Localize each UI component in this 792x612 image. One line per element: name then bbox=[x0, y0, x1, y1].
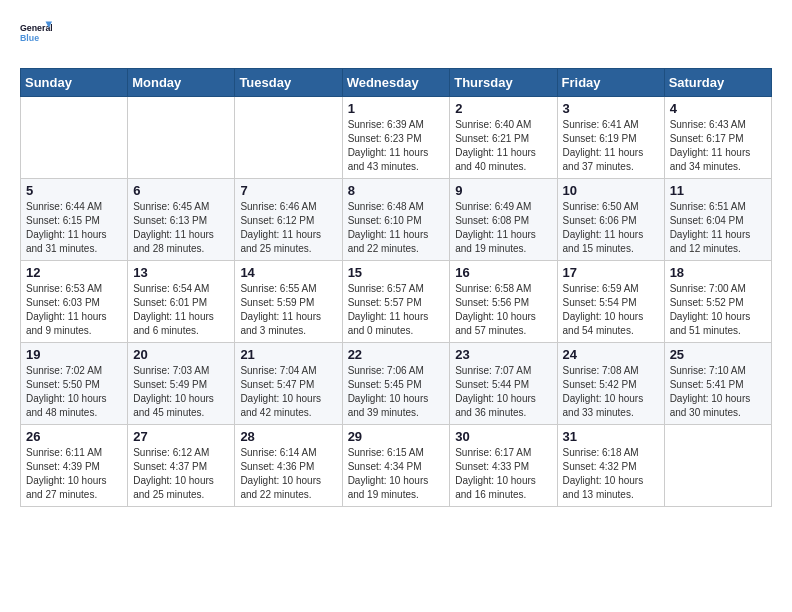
day-info: Sunrise: 6:41 AMSunset: 6:19 PMDaylight:… bbox=[563, 118, 659, 174]
day-number: 18 bbox=[670, 265, 766, 280]
calendar-cell: 16Sunrise: 6:58 AMSunset: 5:56 PMDayligh… bbox=[450, 261, 557, 343]
calendar-cell: 6Sunrise: 6:45 AMSunset: 6:13 PMDaylight… bbox=[128, 179, 235, 261]
day-number: 16 bbox=[455, 265, 551, 280]
day-number: 13 bbox=[133, 265, 229, 280]
calendar-cell: 1Sunrise: 6:39 AMSunset: 6:23 PMDaylight… bbox=[342, 97, 450, 179]
calendar-table: SundayMondayTuesdayWednesdayThursdayFrid… bbox=[20, 68, 772, 507]
day-info: Sunrise: 6:11 AMSunset: 4:39 PMDaylight:… bbox=[26, 446, 122, 502]
day-number: 27 bbox=[133, 429, 229, 444]
day-info: Sunrise: 6:55 AMSunset: 5:59 PMDaylight:… bbox=[240, 282, 336, 338]
day-number: 8 bbox=[348, 183, 445, 198]
day-info: Sunrise: 7:07 AMSunset: 5:44 PMDaylight:… bbox=[455, 364, 551, 420]
calendar-cell: 23Sunrise: 7:07 AMSunset: 5:44 PMDayligh… bbox=[450, 343, 557, 425]
day-info: Sunrise: 6:40 AMSunset: 6:21 PMDaylight:… bbox=[455, 118, 551, 174]
logo-icon: General Blue bbox=[20, 20, 52, 52]
weekday-header-monday: Monday bbox=[128, 69, 235, 97]
calendar-cell: 14Sunrise: 6:55 AMSunset: 5:59 PMDayligh… bbox=[235, 261, 342, 343]
day-info: Sunrise: 6:14 AMSunset: 4:36 PMDaylight:… bbox=[240, 446, 336, 502]
svg-text:Blue: Blue bbox=[20, 33, 39, 43]
calendar-cell: 24Sunrise: 7:08 AMSunset: 5:42 PMDayligh… bbox=[557, 343, 664, 425]
weekday-header-sunday: Sunday bbox=[21, 69, 128, 97]
day-info: Sunrise: 7:06 AMSunset: 5:45 PMDaylight:… bbox=[348, 364, 445, 420]
calendar-cell: 25Sunrise: 7:10 AMSunset: 5:41 PMDayligh… bbox=[664, 343, 771, 425]
weekday-header-saturday: Saturday bbox=[664, 69, 771, 97]
day-info: Sunrise: 6:12 AMSunset: 4:37 PMDaylight:… bbox=[133, 446, 229, 502]
day-number: 20 bbox=[133, 347, 229, 362]
calendar-cell: 30Sunrise: 6:17 AMSunset: 4:33 PMDayligh… bbox=[450, 425, 557, 507]
day-number: 5 bbox=[26, 183, 122, 198]
logo: General Blue bbox=[20, 20, 52, 52]
day-number: 6 bbox=[133, 183, 229, 198]
day-info: Sunrise: 7:02 AMSunset: 5:50 PMDaylight:… bbox=[26, 364, 122, 420]
calendar-cell: 22Sunrise: 7:06 AMSunset: 5:45 PMDayligh… bbox=[342, 343, 450, 425]
page-header: General Blue bbox=[20, 20, 772, 52]
calendar-cell bbox=[235, 97, 342, 179]
day-number: 28 bbox=[240, 429, 336, 444]
day-info: Sunrise: 6:44 AMSunset: 6:15 PMDaylight:… bbox=[26, 200, 122, 256]
calendar-cell: 31Sunrise: 6:18 AMSunset: 4:32 PMDayligh… bbox=[557, 425, 664, 507]
calendar-week-1: 1Sunrise: 6:39 AMSunset: 6:23 PMDaylight… bbox=[21, 97, 772, 179]
day-info: Sunrise: 6:39 AMSunset: 6:23 PMDaylight:… bbox=[348, 118, 445, 174]
weekday-header-tuesday: Tuesday bbox=[235, 69, 342, 97]
day-number: 11 bbox=[670, 183, 766, 198]
calendar-week-4: 19Sunrise: 7:02 AMSunset: 5:50 PMDayligh… bbox=[21, 343, 772, 425]
day-number: 1 bbox=[348, 101, 445, 116]
calendar-cell: 18Sunrise: 7:00 AMSunset: 5:52 PMDayligh… bbox=[664, 261, 771, 343]
day-info: Sunrise: 6:54 AMSunset: 6:01 PMDaylight:… bbox=[133, 282, 229, 338]
calendar-week-5: 26Sunrise: 6:11 AMSunset: 4:39 PMDayligh… bbox=[21, 425, 772, 507]
day-info: Sunrise: 6:59 AMSunset: 5:54 PMDaylight:… bbox=[563, 282, 659, 338]
day-info: Sunrise: 6:48 AMSunset: 6:10 PMDaylight:… bbox=[348, 200, 445, 256]
day-number: 29 bbox=[348, 429, 445, 444]
day-number: 24 bbox=[563, 347, 659, 362]
day-number: 12 bbox=[26, 265, 122, 280]
weekday-header-row: SundayMondayTuesdayWednesdayThursdayFrid… bbox=[21, 69, 772, 97]
calendar-cell: 29Sunrise: 6:15 AMSunset: 4:34 PMDayligh… bbox=[342, 425, 450, 507]
calendar-cell: 11Sunrise: 6:51 AMSunset: 6:04 PMDayligh… bbox=[664, 179, 771, 261]
day-info: Sunrise: 7:08 AMSunset: 5:42 PMDaylight:… bbox=[563, 364, 659, 420]
day-number: 26 bbox=[26, 429, 122, 444]
calendar-cell bbox=[128, 97, 235, 179]
day-info: Sunrise: 6:45 AMSunset: 6:13 PMDaylight:… bbox=[133, 200, 229, 256]
day-info: Sunrise: 6:49 AMSunset: 6:08 PMDaylight:… bbox=[455, 200, 551, 256]
calendar-week-2: 5Sunrise: 6:44 AMSunset: 6:15 PMDaylight… bbox=[21, 179, 772, 261]
day-number: 22 bbox=[348, 347, 445, 362]
day-number: 2 bbox=[455, 101, 551, 116]
calendar-cell: 9Sunrise: 6:49 AMSunset: 6:08 PMDaylight… bbox=[450, 179, 557, 261]
calendar-cell: 28Sunrise: 6:14 AMSunset: 4:36 PMDayligh… bbox=[235, 425, 342, 507]
day-info: Sunrise: 6:18 AMSunset: 4:32 PMDaylight:… bbox=[563, 446, 659, 502]
calendar-cell: 26Sunrise: 6:11 AMSunset: 4:39 PMDayligh… bbox=[21, 425, 128, 507]
day-info: Sunrise: 6:53 AMSunset: 6:03 PMDaylight:… bbox=[26, 282, 122, 338]
day-info: Sunrise: 6:46 AMSunset: 6:12 PMDaylight:… bbox=[240, 200, 336, 256]
day-info: Sunrise: 6:43 AMSunset: 6:17 PMDaylight:… bbox=[670, 118, 766, 174]
day-info: Sunrise: 6:17 AMSunset: 4:33 PMDaylight:… bbox=[455, 446, 551, 502]
day-number: 14 bbox=[240, 265, 336, 280]
day-number: 4 bbox=[670, 101, 766, 116]
day-number: 17 bbox=[563, 265, 659, 280]
calendar-cell: 3Sunrise: 6:41 AMSunset: 6:19 PMDaylight… bbox=[557, 97, 664, 179]
calendar-cell: 8Sunrise: 6:48 AMSunset: 6:10 PMDaylight… bbox=[342, 179, 450, 261]
day-info: Sunrise: 7:04 AMSunset: 5:47 PMDaylight:… bbox=[240, 364, 336, 420]
calendar-cell: 10Sunrise: 6:50 AMSunset: 6:06 PMDayligh… bbox=[557, 179, 664, 261]
day-info: Sunrise: 7:00 AMSunset: 5:52 PMDaylight:… bbox=[670, 282, 766, 338]
day-number: 31 bbox=[563, 429, 659, 444]
day-info: Sunrise: 7:10 AMSunset: 5:41 PMDaylight:… bbox=[670, 364, 766, 420]
day-info: Sunrise: 6:15 AMSunset: 4:34 PMDaylight:… bbox=[348, 446, 445, 502]
calendar-cell: 27Sunrise: 6:12 AMSunset: 4:37 PMDayligh… bbox=[128, 425, 235, 507]
calendar-cell: 20Sunrise: 7:03 AMSunset: 5:49 PMDayligh… bbox=[128, 343, 235, 425]
calendar-cell: 21Sunrise: 7:04 AMSunset: 5:47 PMDayligh… bbox=[235, 343, 342, 425]
weekday-header-wednesday: Wednesday bbox=[342, 69, 450, 97]
weekday-header-friday: Friday bbox=[557, 69, 664, 97]
calendar-cell: 12Sunrise: 6:53 AMSunset: 6:03 PMDayligh… bbox=[21, 261, 128, 343]
day-number: 15 bbox=[348, 265, 445, 280]
day-number: 9 bbox=[455, 183, 551, 198]
day-info: Sunrise: 6:58 AMSunset: 5:56 PMDaylight:… bbox=[455, 282, 551, 338]
day-number: 21 bbox=[240, 347, 336, 362]
day-info: Sunrise: 6:57 AMSunset: 5:57 PMDaylight:… bbox=[348, 282, 445, 338]
day-number: 3 bbox=[563, 101, 659, 116]
day-info: Sunrise: 6:51 AMSunset: 6:04 PMDaylight:… bbox=[670, 200, 766, 256]
calendar-cell: 4Sunrise: 6:43 AMSunset: 6:17 PMDaylight… bbox=[664, 97, 771, 179]
calendar-cell bbox=[664, 425, 771, 507]
day-info: Sunrise: 6:50 AMSunset: 6:06 PMDaylight:… bbox=[563, 200, 659, 256]
weekday-header-thursday: Thursday bbox=[450, 69, 557, 97]
day-number: 19 bbox=[26, 347, 122, 362]
